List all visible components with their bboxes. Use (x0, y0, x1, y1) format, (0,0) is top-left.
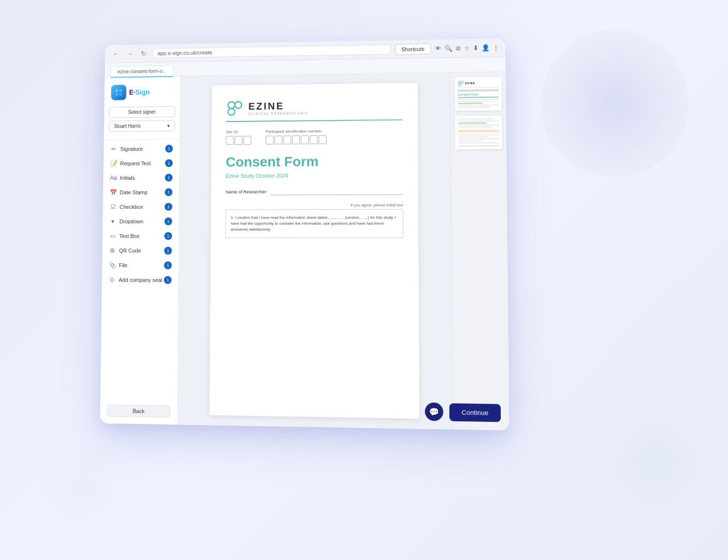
pid-box-7[interactable] (319, 135, 326, 144)
text-box-icon: ▭ (109, 233, 116, 240)
signature-icon: ✏ (110, 146, 117, 153)
site-id-area: Site ID: Participant identification numb… (226, 128, 403, 145)
tab-item[interactable]: ezine-consent-form-o... (110, 65, 173, 77)
ezine-symbol (226, 100, 243, 118)
sidebar-item-date-stamp[interactable]: 📅 Date Stamp 1 (103, 185, 179, 200)
sidebar-item-dropdown-label: Dropdown (120, 218, 144, 224)
sidebar-item-signature[interactable]: ✏ Signature 1 (104, 141, 180, 156)
sidebar-item-file[interactable]: 📎 File 1 (102, 258, 179, 273)
thumb2-line-6 (458, 134, 499, 136)
decorative-blob-2 (605, 412, 703, 511)
svg-point-6 (228, 108, 235, 115)
thumb-cell-2 (472, 89, 485, 91)
thumb2-line-4 (458, 124, 499, 126)
sidebar: E·Sign Select signer Stuart Harris ▾ (100, 77, 181, 425)
sidebar-item-text-box-label: Text Box (119, 233, 139, 239)
thumb-cell-1 (458, 89, 471, 91)
decorative-blob-3 (40, 441, 128, 530)
document-viewer[interactable]: EZINE CLINICAL RESEARCH UNIT Site ID: (178, 73, 453, 430)
address-bar[interactable]: app.e-sign.co.uk/create (152, 44, 391, 58)
star-icon[interactable]: ☆ (464, 44, 470, 52)
ezine-name: EZINE (248, 100, 309, 112)
thumb-1-grid (458, 89, 499, 92)
url-text: app.e-sign.co.uk/create (158, 49, 212, 56)
search-icon[interactable]: 🔍 (445, 44, 452, 52)
signature-badge: 1 (165, 145, 173, 153)
initials-badge: 1 (165, 174, 173, 182)
shortcuts-button[interactable]: Shortcuts (395, 43, 431, 55)
eye-icon: 👁 (435, 45, 442, 52)
sidebar-item-dropdown[interactable]: ▾ Dropdown 1 (103, 214, 179, 229)
select-signer-button[interactable]: Select signer (109, 106, 175, 118)
thumb2-footer-lines (458, 145, 499, 147)
svg-point-2 (115, 93, 118, 96)
back-button[interactable]: Back (107, 404, 170, 417)
sidebar-item-checkbox-label: Checkbox (120, 204, 143, 210)
thumb2-line-9 (458, 140, 483, 141)
pid-box-4[interactable] (292, 135, 300, 144)
consent-form-title: Consent Form (226, 153, 403, 170)
download-icon[interactable]: ⬇ (473, 44, 479, 51)
site-id-label: Site ID: (226, 129, 251, 134)
ezine-logo-area: EZINE CLINICAL RESEARCH UNIT (226, 98, 403, 117)
sidebar-item-company-seal-label: Add company seal (119, 277, 162, 283)
back-nav-button[interactable]: ← (111, 49, 121, 59)
company-seal-badge: 1 (164, 276, 172, 284)
date-stamp-badge: 1 (165, 188, 173, 196)
site-id-box-1[interactable] (226, 136, 234, 145)
continue-button[interactable]: Continue (449, 403, 501, 422)
pid-box-6[interactable] (310, 135, 318, 144)
pid-box-2[interactable] (275, 136, 283, 145)
participant-id-boxes (266, 135, 326, 145)
pid-box-1[interactable] (266, 136, 274, 145)
signer-dropdown[interactable]: Stuart Harris ▾ (109, 120, 175, 132)
chat-button[interactable]: 💬 (425, 402, 443, 421)
date-stamp-icon: 📅 (110, 189, 117, 196)
chevron-down-icon: ▾ (167, 123, 170, 128)
sidebar-item-company-seal[interactable]: ⊙ Add company seal 1 (102, 273, 178, 287)
pid-box-3[interactable] (283, 135, 291, 144)
thumb-line-5 (458, 105, 499, 106)
svg-point-5 (235, 102, 242, 109)
bottom-bar: 💬 Continue (425, 402, 501, 422)
thumbnail-page-1[interactable]: EZINE Consent Form (455, 77, 502, 111)
select-signer-area: Select signer Stuart Harris ▾ (104, 106, 180, 138)
sidebar-divider (104, 139, 179, 140)
site-id-group: Site ID: (226, 129, 251, 145)
pid-box-5[interactable] (301, 135, 309, 144)
site-id-boxes (226, 136, 251, 145)
sidebar-item-text-box[interactable]: ▭ Text Box 1 (102, 229, 179, 243)
svg-point-4 (228, 102, 235, 109)
decorative-blob-1 (540, 30, 688, 178)
thumbnail-page-2[interactable] (455, 116, 502, 150)
thumb2-footer-3 (486, 145, 499, 146)
consent-item-1-text: 1. I confirm that I have read the inform… (231, 215, 396, 232)
site-id-box-2[interactable] (235, 136, 243, 145)
profile-icon[interactable]: 👤 (482, 44, 489, 51)
sidebar-item-request-text[interactable]: 📝 Request Text 1 (103, 156, 179, 170)
chat-icon: 💬 (429, 407, 439, 417)
sidebar-item-date-stamp-label: Date Stamp (120, 189, 147, 195)
svg-point-3 (119, 93, 122, 96)
sidebar-item-qr-code[interactable]: ⊞ QR Code 1 (102, 243, 179, 258)
sidebar-item-checkbox[interactable]: ☑ Checkbox 1 (103, 200, 179, 214)
sidebar-item-qr-code-label: QR Code (119, 247, 141, 253)
logo-text: E·Sign (129, 88, 150, 97)
sidebar-item-initials[interactable]: Aa Initials 1 (103, 170, 179, 185)
thumb2-line-3 (458, 122, 486, 124)
consent-form-subtitle: Ezine Study October 2024 (226, 172, 403, 179)
sidebar-item-file-label: File (119, 262, 127, 268)
menu-icon[interactable]: ⋮ (492, 44, 499, 51)
browser-window: ← → ↻ app.e-sign.co.uk/create Shortcuts … (100, 39, 510, 431)
file-icon: 📎 (109, 262, 116, 269)
logo-brand: E·Sign (129, 88, 150, 96)
sidebar-item-signature-label: Signature (121, 146, 143, 152)
researcher-input-field[interactable] (270, 188, 403, 195)
participant-id-label: Participant identification number: (266, 129, 326, 134)
logo-area: E·Sign (104, 82, 180, 107)
site-id-box-3[interactable] (243, 136, 251, 145)
thumb2-line-5 (458, 126, 492, 128)
dropdown-badge: 1 (164, 217, 172, 225)
refresh-nav-button[interactable]: ↻ (139, 48, 148, 58)
forward-nav-button[interactable]: → (125, 48, 135, 58)
